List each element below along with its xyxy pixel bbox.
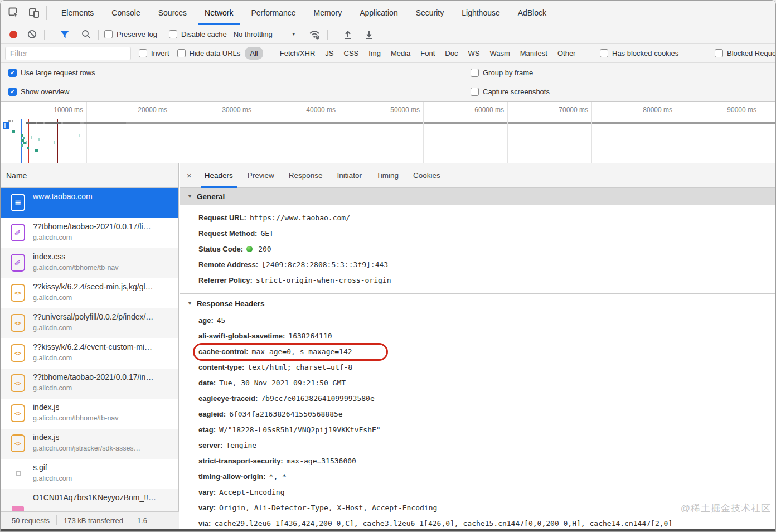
response-headers-section-header[interactable]: ▼ Response Headers bbox=[180, 293, 775, 313]
request-row[interactable]: <>??tbhome/taobao-2021/0.0.17/in…g.alicd… bbox=[1, 369, 178, 399]
tab-memory[interactable]: Memory bbox=[305, 1, 351, 25]
response-headers-body: age:45ali-swift-global-savetime:16382641… bbox=[180, 313, 775, 529]
general-section-header[interactable]: ▼ General bbox=[180, 188, 775, 205]
overview-request-mark bbox=[27, 147, 29, 149]
resource-type-icon-css: ✎ bbox=[11, 224, 25, 241]
request-row[interactable]: ✎??tbhome/taobao-2021/0.0.17/li…g.alicdn… bbox=[1, 218, 178, 248]
divider bbox=[327, 30, 328, 40]
tab-sources[interactable]: Sources bbox=[149, 1, 196, 25]
divider bbox=[163, 30, 163, 40]
filter-type-media[interactable]: Media bbox=[391, 49, 410, 57]
show-overview-checkbox[interactable]: ✓ bbox=[8, 88, 17, 96]
detail-tab-headers[interactable]: Headers bbox=[197, 163, 240, 188]
capture-screenshots-checkbox[interactable] bbox=[471, 88, 479, 96]
filter-type-js[interactable]: JS bbox=[325, 49, 333, 57]
preserve-log-checkbox[interactable] bbox=[104, 30, 113, 38]
header-value: 200 bbox=[258, 245, 271, 253]
resource-type-icon-css: ✎ bbox=[11, 254, 25, 272]
timeline-tick-label: 20000 ms bbox=[138, 106, 167, 114]
request-row[interactable]: <>??kissy/k/6.2.4/seed-min.js,kg/gl…g.al… bbox=[1, 278, 178, 308]
close-icon[interactable]: × bbox=[180, 171, 197, 180]
timeline-gridline bbox=[676, 102, 676, 163]
detail-tab-response[interactable]: Response bbox=[282, 163, 330, 188]
code-brackets-icon: <> bbox=[14, 320, 21, 326]
request-row[interactable]: <>??universal/polyfill/0.0.2/p/index/…g.… bbox=[1, 308, 178, 338]
tab-network[interactable]: Network bbox=[196, 1, 242, 25]
detail-tab-initiator[interactable]: Initiator bbox=[330, 163, 369, 188]
filter-type-img[interactable]: Img bbox=[368, 49, 381, 57]
network-overview-timeline[interactable]: 10000 ms20000 ms30000 ms40000 ms50000 ms… bbox=[1, 102, 775, 163]
network-conditions-icon[interactable] bbox=[308, 28, 322, 41]
header-value: 7b9cc7e016382641099993580e bbox=[261, 394, 375, 403]
import-har-icon[interactable] bbox=[341, 28, 355, 41]
detail-tab-preview[interactable]: Preview bbox=[240, 163, 282, 188]
request-row[interactable]: <>index.jsg.alicdn.com/jstracker/sdk-ass… bbox=[1, 429, 178, 459]
header-value: https://www.taobao.com/ bbox=[250, 214, 350, 222]
request-row[interactable]: ✎index.cssg.alicdn.com/tbhome/tb-nav bbox=[1, 248, 178, 278]
request-domain: g.alicdn.com bbox=[33, 294, 72, 302]
request-row[interactable]: s.gifg.alicdn.com bbox=[1, 459, 178, 489]
request-row[interactable]: <>index.jsg.alicdn.com/tbhome/tb-nav bbox=[1, 399, 178, 429]
detail-tab-cookies[interactable]: Cookies bbox=[406, 163, 448, 188]
tab-lighthouse[interactable]: Lighthouse bbox=[453, 1, 509, 25]
resources-size: 1.6 bbox=[137, 516, 147, 525]
filter-type-all[interactable]: All bbox=[245, 47, 263, 60]
request-row[interactable]: <>??kissy/k/6.2.4/event-custom-mi…g.alic… bbox=[1, 338, 178, 369]
header-name: age: bbox=[198, 316, 214, 325]
filter-type-other[interactable]: Other bbox=[557, 49, 576, 57]
inspect-element-icon[interactable] bbox=[7, 6, 21, 20]
doc-lines-icon: ≡ bbox=[14, 197, 21, 208]
has-blocked-cookies-checkbox[interactable] bbox=[600, 49, 608, 57]
group-by-frame-checkbox[interactable] bbox=[471, 69, 479, 77]
header-value: 1638264110 bbox=[288, 332, 332, 340]
overview-request-mark bbox=[8, 120, 11, 122]
use-large-request-rows-checkbox[interactable]: ✓ bbox=[8, 69, 17, 77]
general-item: Request Method:GET bbox=[198, 226, 775, 241]
filter-type-fetch-xhr[interactable]: Fetch/XHR bbox=[280, 49, 316, 57]
filter-icon[interactable] bbox=[58, 28, 71, 41]
filter-type-wasm[interactable]: Wasm bbox=[489, 49, 510, 57]
general-section-body: Request URL:https://www.taobao.com/Reque… bbox=[180, 210, 775, 288]
transferred-size: 173 kB transferred bbox=[64, 516, 123, 525]
resource-type-icon-js: <> bbox=[11, 434, 25, 452]
tab-console[interactable]: Console bbox=[103, 1, 149, 25]
has-blocked-cookies-label: Has blocked cookies bbox=[612, 49, 678, 57]
overview-request-mark bbox=[31, 136, 32, 139]
header-name: vary: bbox=[198, 488, 216, 496]
header-name: ali-swift-global-savetime: bbox=[198, 332, 285, 340]
request-row[interactable]: ≡www.taobao.com bbox=[1, 188, 178, 218]
header-name: timing-allow-origin: bbox=[198, 472, 266, 481]
disable-cache-checkbox[interactable] bbox=[169, 30, 177, 38]
filter-type-font[interactable]: Font bbox=[420, 49, 435, 57]
status-green-icon bbox=[246, 246, 253, 252]
invert-checkbox[interactable] bbox=[139, 49, 147, 57]
blocked-requests-checkbox[interactable] bbox=[715, 49, 723, 57]
filter-type-doc[interactable]: Doc bbox=[445, 49, 458, 57]
tab-application[interactable]: Application bbox=[351, 1, 407, 25]
tab-adblock[interactable]: AdBlock bbox=[509, 1, 555, 25]
request-row[interactable]: O1CN01Aq7brs1KNeyyozBnm_!!… bbox=[1, 489, 178, 511]
throttling-dropdown[interactable]: No throttling ▼ bbox=[234, 30, 296, 38]
export-har-icon[interactable] bbox=[362, 28, 376, 41]
overview-request-mark bbox=[23, 137, 25, 139]
filter-input[interactable] bbox=[5, 47, 131, 60]
tab-performance[interactable]: Performance bbox=[242, 1, 304, 25]
clear-icon[interactable] bbox=[25, 28, 38, 41]
detail-tab-timing[interactable]: Timing bbox=[369, 163, 406, 188]
record-button[interactable] bbox=[9, 31, 17, 38]
search-icon[interactable] bbox=[79, 28, 93, 41]
devtools-window: ElementsConsoleSourcesNetworkPerformance… bbox=[0, 0, 776, 532]
name-column-header[interactable]: Name bbox=[1, 163, 178, 188]
filter-type-css[interactable]: CSS bbox=[344, 49, 359, 57]
divider bbox=[270, 49, 270, 59]
filter-type-ws[interactable]: WS bbox=[468, 49, 479, 57]
toggle-device-toolbar-icon[interactable] bbox=[27, 6, 41, 20]
timeline-tick-label: 80000 ms bbox=[643, 106, 672, 114]
hide-data-urls-checkbox[interactable] bbox=[177, 49, 186, 57]
tab-security[interactable]: Security bbox=[407, 1, 453, 25]
tab-elements[interactable]: Elements bbox=[52, 1, 103, 25]
header-value: 6f034fa216382641550568885e bbox=[229, 410, 343, 418]
filter-type-manifest[interactable]: Manifest bbox=[520, 49, 547, 57]
header-name: content-type: bbox=[198, 363, 244, 371]
overview-request-mark bbox=[26, 141, 27, 144]
